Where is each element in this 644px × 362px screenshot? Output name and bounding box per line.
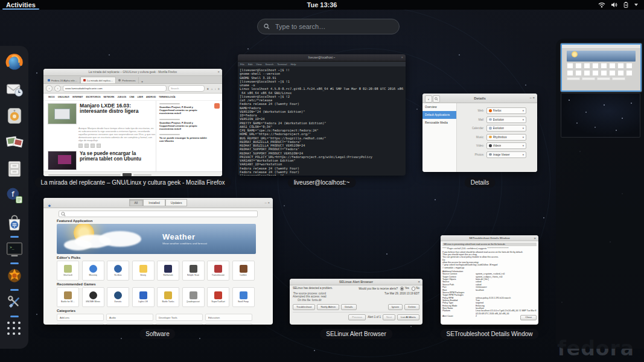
svg-text:f: f xyxy=(11,189,14,198)
fedora-release-notes-icon: f xyxy=(5,186,24,208)
workspace-thumbnail-empty[interactable] xyxy=(561,93,640,138)
tab-la-mirada: La mirada del replica… xyxy=(80,77,116,83)
sidebar-post: Guardian Project, F-Droid y Copperhead c… xyxy=(159,119,209,131)
clock-menu[interactable]: Tue 13:36 xyxy=(307,1,337,8)
app-tile: SuperTuxKart xyxy=(207,287,229,307)
category-button: Audio xyxy=(106,314,153,321)
app-tile: GnuCash xyxy=(57,261,79,281)
dash-item-selinux-troubleshooter[interactable] xyxy=(3,266,26,291)
chevron-down-icon: ▾ xyxy=(523,109,524,112)
workspace-thumbnail-active[interactable] xyxy=(561,43,642,92)
sidebar-post: Ya se puede encargar la primera tablet c… xyxy=(159,134,209,142)
chevron-down-icon: ▾ xyxy=(523,144,524,147)
close-icon: × xyxy=(401,54,403,61)
dash-item-release-notes[interactable]: f xyxy=(3,186,26,211)
firefox-tab-strip: Fedora 24 Alpha rele… La mirada del repl… xyxy=(43,76,222,84)
row-label: Video xyxy=(461,144,486,147)
activities-button[interactable]: Activities xyxy=(0,0,42,10)
nav-item: INICIO xyxy=(48,96,55,98)
window-selinux-alert-browser[interactable]: SELinux Alert Browser × SELinux has dete… xyxy=(290,279,422,325)
nav-item: INTERNET xyxy=(72,96,83,98)
delete-button: Delete xyxy=(404,304,419,310)
volume-icon xyxy=(610,1,617,8)
search-input[interactable] xyxy=(274,22,373,31)
dash-item-files[interactable] xyxy=(3,159,26,184)
terminal-screen-text: [liveuser@localhost ~]$ !! gnome-shell -… xyxy=(238,67,406,176)
firefox-titlebar: La mirada del replicante – GNU/Linux y c… xyxy=(43,69,222,76)
mini-tile-row xyxy=(567,70,636,76)
back-icon: ‹ xyxy=(46,85,53,92)
firefox-navigation-bar: ‹ › www.lamiradadelreplicante.com Search… xyxy=(43,84,222,94)
system-status-area[interactable] xyxy=(598,0,644,10)
dash-item-terminal[interactable]: >_ xyxy=(3,240,26,264)
share-buttons xyxy=(78,144,153,148)
tab-installed: Installed xyxy=(143,199,165,206)
dash-item-software[interactable] xyxy=(3,213,26,238)
search-icon xyxy=(433,95,440,103)
gnucash-icon xyxy=(64,265,72,273)
mini-category-row xyxy=(567,77,636,80)
dash-item-settings[interactable] xyxy=(3,293,26,317)
category-button: Graphics xyxy=(106,323,153,325)
tab-favicon xyxy=(83,79,86,81)
close-icon: × xyxy=(217,69,220,75)
show-applications-button[interactable] xyxy=(3,319,26,341)
url-text: www.lamiradadelreplicante.com xyxy=(65,87,103,90)
plugin-suggestion-line: ***** Plugin catchall (100. confidence) … xyxy=(442,247,537,250)
dash-item-rhythmbox[interactable] xyxy=(3,106,26,131)
featured-banner-weather: Weather Show weather conditions and fore… xyxy=(57,224,256,254)
window-firefox[interactable]: La mirada del replicante – GNU/Linux y c… xyxy=(43,69,222,176)
window-details[interactable]: ‹ Details – × Overview Default Applicati… xyxy=(422,94,537,172)
app-tile: Scribus xyxy=(107,261,129,281)
window-setroubleshoot-details[interactable]: SETroubleshoot Details Window × SELinux … xyxy=(441,235,538,325)
dash-item-firefox[interactable] xyxy=(3,53,26,78)
dropdown-value: Evolution xyxy=(493,127,505,130)
sidebar-item-removable-media: Removable Media xyxy=(422,119,456,127)
running-indicator xyxy=(10,76,19,78)
sidebar-post: Guardian Project, F-Droid y Copperhead c… xyxy=(159,103,209,115)
firefox-title-text: La mirada del replicante – GNU/Linux y c… xyxy=(89,71,177,74)
tab-label: Fedora 24 Alpha rele… xyxy=(51,79,77,82)
nav-item: ESCRITORIOS xyxy=(86,96,100,98)
running-indicator xyxy=(10,340,19,341)
window-terminal[interactable]: liveuser@localhost:~ × File Edit View Se… xyxy=(238,54,406,176)
app-tile: Battle Tanks xyxy=(157,287,179,307)
menu-help: Help xyxy=(290,63,296,66)
rhythmbox-icon xyxy=(489,136,492,139)
tools-icon xyxy=(5,293,24,314)
category-button: Education xyxy=(205,314,252,321)
dash-item-evolution[interactable] xyxy=(3,80,26,104)
details-headerbar: ‹ Details – × xyxy=(422,94,537,103)
close-icon: × xyxy=(418,279,420,285)
gear-favicon xyxy=(118,79,121,81)
running-indicator xyxy=(10,262,19,264)
overview-search[interactable] xyxy=(257,19,400,34)
nav-item: NETWORK xyxy=(104,96,115,98)
software-search-field xyxy=(59,211,258,217)
simple-scan-icon xyxy=(190,265,197,273)
mines-icon xyxy=(89,291,97,299)
svg-text:>_: >_ xyxy=(10,245,14,250)
site-nav-menu: INICIO GNU/LINUX INTERNET ESCRITORIOS NE… xyxy=(43,94,222,101)
window-caption-software: Software xyxy=(139,329,175,339)
dropdown-value: Rhythmbox xyxy=(493,136,507,139)
window-caption-firefox: La mirada del replicante – GNU/Linux y c… xyxy=(34,177,231,188)
running-indicator xyxy=(10,156,19,157)
top-bar: Activities Tue 13:36 xyxy=(0,0,644,10)
starfield xyxy=(561,94,563,95)
cloud-graphic xyxy=(99,231,141,247)
row-label: Photos xyxy=(461,153,486,156)
app-dropdown: Rhythmbox▾ xyxy=(486,134,526,141)
terminal-icon: >_ xyxy=(5,240,24,261)
tab-label: Preferences xyxy=(122,79,136,82)
window-software[interactable]: All Installed Updates – × Featured Appli… xyxy=(43,198,273,325)
swell-foop-icon xyxy=(240,291,247,299)
terminal-title-text: liveuser@localhost:~ xyxy=(308,56,335,59)
xonotic-icon xyxy=(114,291,122,299)
radio-no: No xyxy=(412,287,419,291)
app-tile: Calibre xyxy=(232,261,255,281)
games-heading: Recommended Games xyxy=(57,282,260,286)
categories-heading: Categories xyxy=(57,309,260,313)
troubleshoot-button: Troubleshoot xyxy=(293,304,315,310)
dash-item-shotwell[interactable] xyxy=(3,133,26,157)
